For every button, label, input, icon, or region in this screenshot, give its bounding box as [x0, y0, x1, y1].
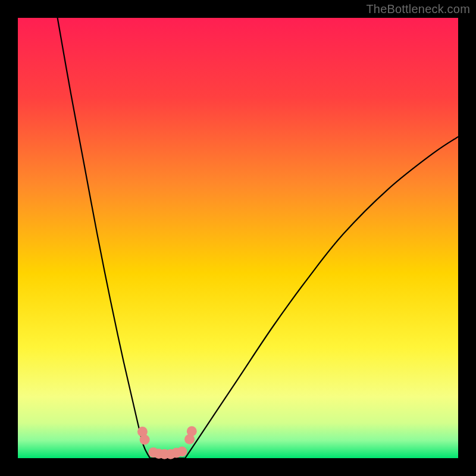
- bottleneck-chart: [0, 0, 476, 476]
- chart-frame: TheBottleneck.com: [0, 0, 476, 476]
- valley-marker: [187, 426, 197, 436]
- gradient-plot-area: [18, 18, 458, 458]
- valley-marker: [140, 434, 150, 444]
- valley-marker: [177, 446, 187, 456]
